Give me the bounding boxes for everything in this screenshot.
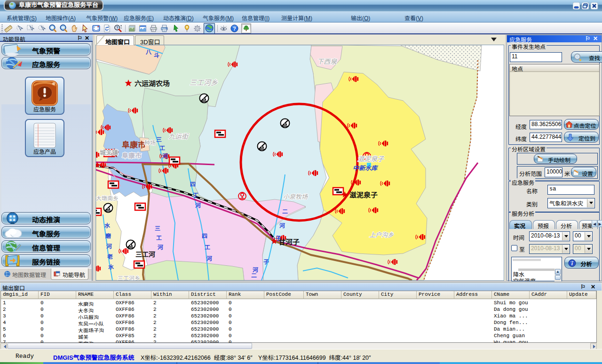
svg-text:河: 河 — [106, 242, 112, 250]
svg-text:工: 工 — [156, 233, 162, 241]
svg-text:九运街: 九运街 — [168, 131, 189, 141]
svg-text:工: 工 — [159, 143, 165, 151]
svg-text:四: 四 — [202, 231, 207, 239]
svg-text:水: 水 — [104, 221, 111, 229]
svg-text:中新水库: 中新水库 — [353, 163, 379, 172]
svg-text:?: ? — [116, 25, 118, 30]
svg-text:上户沟乡: 上户沟乡 — [369, 230, 394, 239]
svg-text:三工河乡: 三工河乡 — [190, 77, 218, 87]
svg-text:八: 八 — [145, 47, 152, 55]
svg-text:二: 二 — [282, 207, 288, 215]
svg-text:子: 子 — [263, 257, 269, 265]
svg-text:工: 工 — [205, 243, 210, 251]
svg-text:三: 三 — [155, 224, 160, 232]
svg-text:城关镇: 城关镇 — [100, 148, 118, 157]
svg-text:河: 河 — [162, 151, 168, 159]
svg-text:水: 水 — [108, 262, 114, 270]
svg-text:阜康市: 阜康市 — [122, 138, 146, 150]
svg-text:河: 河 — [206, 254, 212, 262]
svg-text:河: 河 — [195, 201, 201, 209]
svg-text:四: 四 — [190, 180, 196, 188]
svg-text:三工河: 三工河 — [135, 249, 155, 259]
svg-text:?: ? — [233, 26, 236, 32]
svg-text:二: 二 — [251, 271, 257, 279]
svg-text:下西泉: 下西泉 — [317, 56, 337, 66]
svg-text:老: 老 — [107, 252, 113, 260]
svg-text:河: 河 — [279, 221, 285, 229]
svg-text:三: 三 — [156, 135, 162, 143]
svg-text:小泉牧场: 小泉牧场 — [283, 192, 308, 201]
svg-text:阜康市: 阜康市 — [122, 150, 142, 160]
svg-text:三工河乡: 三工河乡 — [118, 274, 140, 280]
svg-text:磨: 磨 — [105, 231, 111, 239]
svg-text:六运湖农场: 六运湖农场 — [135, 78, 170, 88]
svg-text:子: 子 — [276, 234, 281, 242]
svg-text:大墩南乡: 大墩南乡 — [96, 194, 119, 202]
svg-text:滋泥泉子: 滋泥泉子 — [357, 154, 384, 163]
svg-text:斗: 斗 — [154, 51, 159, 59]
svg-text:滋泥泉子: 滋泥泉子 — [349, 190, 378, 199]
svg-text:种场: 种场 — [144, 138, 156, 146]
svg-text:甘河子: 甘河子 — [278, 237, 300, 246]
svg-text:河: 河 — [158, 243, 163, 251]
svg-text:工: 工 — [193, 190, 198, 198]
